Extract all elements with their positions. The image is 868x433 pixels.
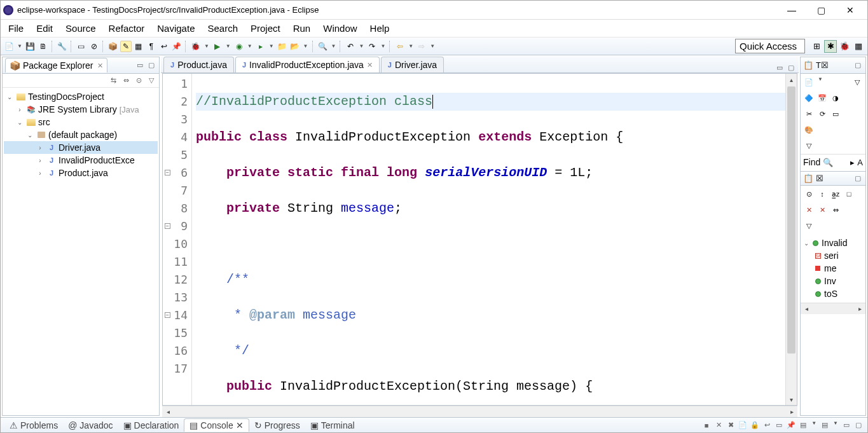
save-icon[interactable]: 💾 [25,41,36,52]
skip-breakpoints-icon[interactable]: ⊘ [88,41,100,52]
link-editor-icon[interactable]: ⇔ [830,204,841,216]
outline-field-message[interactable]: me [802,262,864,275]
hide-fields-icon[interactable]: a̲z [830,188,841,200]
dropdown-icon[interactable]: ▼ [832,420,839,430]
menu-run[interactable]: Run [287,20,317,36]
fold-marker-icon[interactable]: − [165,312,170,318]
mark-occurrences-icon[interactable]: ✎ [120,41,132,52]
menu-navigate[interactable]: Navigate [151,20,201,36]
scroll-lock-icon[interactable]: 🔒 [750,420,760,430]
code-editor[interactable]: 1 2 3 4 5 −6 7 8 −9 10 11 12 13 −14 15 1… [162,73,797,406]
forward-icon[interactable]: ⇨ [416,41,427,52]
dropdown-icon[interactable]: ▼ [16,43,24,49]
dropdown-icon[interactable]: ▼ [224,43,232,49]
link-editor-icon[interactable]: ⇔ [121,76,131,86]
search-icon[interactable]: 🔍 [317,41,329,52]
twist-closed-icon[interactable]: › [15,106,24,113]
tree-file-product[interactable]: › J Product.java [4,167,158,179]
outline-constructor[interactable]: Inv [802,275,864,287]
menu-window[interactable]: Window [317,20,363,36]
show-console-icon[interactable]: ▭ [774,420,784,430]
menu-project[interactable]: Project [244,20,287,36]
maximize-view-icon[interactable]: ▢ [146,60,156,71]
tab-javadoc[interactable]: @ Javadoc [63,419,118,432]
schedule-icon[interactable]: 📅 [816,92,828,104]
clear-console-icon[interactable]: 📄 [738,420,748,430]
search-icon[interactable]: 🔍 [823,158,833,167]
new-java-class-icon[interactable]: 📂 [289,41,301,52]
dropdown-icon[interactable]: ▼ [407,43,415,49]
scroll-up-icon[interactable]: ▴ [786,74,797,85]
word-wrap-icon[interactable]: ↩ [762,420,772,430]
pin-editor-icon[interactable]: 📌 [171,41,183,52]
close-icon[interactable]: ✕ [97,62,103,70]
team-perspective-icon[interactable]: ▦ [852,40,865,53]
tree-src[interactable]: ⌄ src [4,116,158,128]
tree-default-package[interactable]: ⌄ (default package) [4,128,158,141]
back-icon[interactable]: ⇦ [394,41,406,52]
horizontal-scrollbar[interactable]: ◂ ▸ [162,406,797,417]
hide-nonpublic-icon[interactable]: ✕ [803,204,815,216]
toggle-breadcrumb-icon[interactable]: ▭ [76,41,87,52]
dropdown-icon[interactable]: ▼ [268,43,275,49]
expand-down-icon[interactable]: ▽ [803,140,815,151]
run-icon[interactable]: ▶ [212,41,223,52]
twist-open-icon[interactable]: ⌄ [15,119,24,126]
prev-annotation-icon[interactable]: ↶ [345,41,356,52]
editor-tab-invalid[interactable]: J InvalidProductException.java ✕ [235,57,380,72]
maximize-button[interactable]: ▢ [806,1,836,20]
fold-marker-icon[interactable]: − [165,170,170,175]
remove-all-icon[interactable]: ✖ [726,420,736,430]
maximize-bottom-icon[interactable]: ▢ [853,420,864,430]
quick-access-input[interactable]: Quick Access [735,39,805,53]
minimize-bottom-icon[interactable]: ▭ [841,420,851,430]
expand-down-icon[interactable]: ▽ [803,220,815,231]
open-perspective-icon[interactable]: ⊞ [810,40,823,53]
twist-open-icon[interactable]: ⌄ [5,93,14,100]
sort-icon[interactable]: ↕ [816,188,828,200]
minimize-button[interactable]: — [777,1,806,20]
menu-refactor[interactable]: Refactor [102,20,151,36]
view-menu-icon[interactable]: ▽ [851,76,863,88]
fold-marker-icon[interactable]: − [165,223,170,229]
tree-file-driver[interactable]: › J Driver.java [4,141,158,154]
restore-view-icon[interactable]: ▢ [853,60,863,71]
presentation-icon[interactable]: 🎨 [803,124,815,135]
tab-declaration[interactable]: ▣ Declaration [118,419,184,432]
outline-hscroll[interactable]: ◂ ▸ [801,303,865,314]
close-icon[interactable]: ✕ [236,420,244,430]
menu-help[interactable]: Help [364,20,396,36]
categorize-icon[interactable]: 🔷 [803,92,815,104]
editor-tab-product[interactable]: J Product.java [163,57,234,72]
restore-view-icon[interactable]: ▢ [853,174,863,184]
twist-closed-icon[interactable]: › [36,144,45,151]
twist-closed-icon[interactable]: › [36,157,45,164]
new-package-icon[interactable]: 📦 [107,41,119,52]
close-button[interactable]: ✕ [836,1,865,20]
view-menu-icon[interactable]: ▽ [146,76,156,86]
menu-search[interactable]: Search [201,20,244,36]
collapse-all-icon[interactable]: ⇆ [108,76,118,86]
focus-task-icon[interactable]: ◑ [830,92,841,104]
dropdown-icon[interactable]: ▼ [357,43,365,49]
next-annotation-icon[interactable]: ↷ [366,41,378,52]
new-java-project-icon[interactable]: 📁 [277,41,288,52]
coverage-icon[interactable]: ◉ [233,41,245,52]
terminate-icon[interactable]: ■ [701,420,712,430]
hide-icon[interactable]: ▭ [830,108,841,120]
twist-open-icon[interactable]: ⌄ [802,240,811,247]
collapse-icon[interactable]: ✂ [803,108,815,120]
display-selected-icon[interactable]: ▤ [798,420,808,430]
scroll-left-icon[interactable]: ◂ [162,406,174,417]
block-selection-icon[interactable]: ▦ [133,41,144,52]
outline-tostring[interactable]: toS [802,287,864,300]
menu-source[interactable]: Source [59,20,102,36]
tab-progress[interactable]: ↻ Progress [249,419,305,432]
twist-closed-icon[interactable]: › [36,170,45,177]
build-icon[interactable]: 🔧 [57,41,68,52]
open-console-icon[interactable]: ▤ [820,420,830,430]
scroll-down-icon[interactable]: ▾ [786,394,797,405]
dropdown-icon[interactable]: ▼ [203,43,210,49]
new-task-icon[interactable]: 📄 [803,76,815,88]
chevron-right-icon[interactable]: ▸ [850,158,855,167]
